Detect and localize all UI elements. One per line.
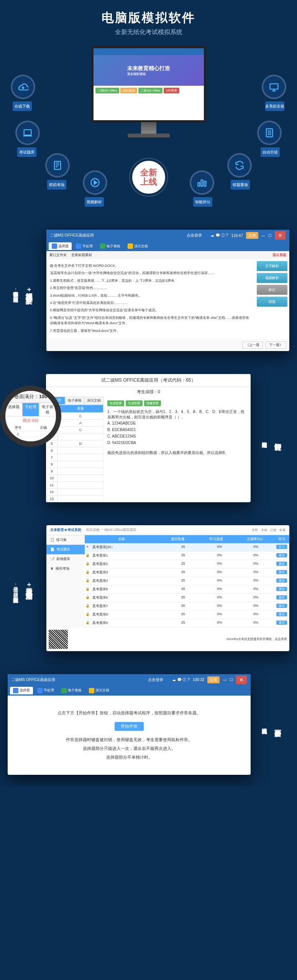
exit-button[interactable]: 退出系统 (272, 253, 286, 258)
tab-choice[interactable]: 选择题 (10, 687, 33, 694)
note-3: 选择题部分不单独计时。 (19, 755, 239, 760)
activate-button[interactable]: 激活 (276, 604, 287, 608)
login-link[interactable]: 点击登录 (148, 677, 163, 683)
table-row[interactable]: 10 (46, 475, 103, 482)
hero-section: 未来教育精心打造 更多精彩课程 二级MS Office 总结题库 二级MS Of… (0, 42, 297, 218)
table-row[interactable]: 8 (46, 461, 103, 468)
table-row[interactable]: 7 (46, 454, 103, 461)
maximize-icon[interactable]: ☐ (268, 234, 272, 238)
maximize-icon[interactable]: ☐ (230, 678, 233, 682)
activate-button[interactable]: 激活 (276, 570, 287, 574)
lock-icon: 🔒 (85, 621, 91, 626)
text-analysis-button[interactable]: 文字解析 (257, 261, 287, 271)
sidebar-mock[interactable]: 🖥 模拟考场 (46, 564, 85, 573)
feature-system-label: 多系统安装 (265, 101, 284, 111)
review-button[interactable]: 回批 (257, 297, 287, 307)
timer: 116:47 (231, 234, 243, 238)
tab-word[interactable]: 字处理 (73, 242, 96, 250)
side-panel: 文字解析 视频解析 标记 回批 (255, 259, 289, 339)
activate-button[interactable]: 激活 (276, 562, 287, 566)
table-row[interactable]: 🔒真考题库8250%0%激活 (85, 611, 289, 619)
table-row[interactable]: 5D (46, 440, 103, 447)
table-row[interactable]: 🔒真考题库4250%0%激活 (85, 577, 289, 585)
tab-word[interactable]: 字处理 (34, 687, 57, 694)
table-row[interactable]: 🔒真考题库3250%0%激活 (85, 568, 289, 577)
mag-tab-excel[interactable]: 电子表格 (39, 403, 56, 416)
login-link[interactable]: 点击登录 (187, 233, 202, 238)
mag-tab-word[interactable]: 字处理 (22, 403, 39, 416)
toolbar-folder[interactable]: 窗口文件夹 (49, 253, 67, 257)
table-row[interactable]: 🔒真考题库6250%0%激活 (85, 594, 289, 602)
activate-button[interactable]: 激活 (276, 621, 287, 625)
close-icon[interactable]: ✕ (236, 676, 247, 684)
minimize-icon[interactable]: — (223, 678, 226, 682)
pill-gen2[interactable]: 生成答案 (126, 400, 143, 406)
table-row[interactable]: 9 (46, 468, 103, 475)
icons[interactable]: 👤 ☁ 💬 ⓘ ? (166, 677, 190, 683)
study-button[interactable]: 学习 (276, 545, 287, 549)
lock-icon: 🔒 (85, 604, 91, 609)
filter-all[interactable]: 全部 (252, 528, 258, 532)
submit-button[interactable]: 交卷 (246, 232, 258, 239)
table-row[interactable]: 🔒真考题库2250%0%激活 (85, 560, 289, 568)
minimize-icon[interactable]: — (261, 234, 265, 238)
activate-button[interactable]: 激活 (276, 578, 287, 583)
tab-ppt[interactable]: 演示文稿 (86, 687, 112, 694)
submit-button[interactable]: 交卷 (207, 676, 220, 683)
sidebar-exam-bank[interactable]: 📄 考试题库 (46, 545, 85, 554)
exam-score: 考生成绩：0 (46, 387, 251, 397)
table-header-row[interactable]: ▾ 真考题库(20） 25 0% 0% 学习 (85, 543, 289, 552)
page-title: 电脑版模拟软件 (0, 10, 297, 26)
prev-button[interactable]: 《上一题 (242, 341, 263, 349)
activate-button[interactable]: 激活 (276, 595, 287, 599)
filter-fav[interactable]: 收藏 (279, 528, 286, 532)
activate-button[interactable]: 激活 (276, 553, 287, 557)
table-row[interactable]: 🔒真考题库5250%0%激活 (85, 585, 289, 594)
page-header: 电脑版模拟软件 全新无纸化考试模拟系统 (0, 0, 297, 42)
feature-wrong-label: 错题重做 (231, 180, 250, 189)
s2-tab-excel[interactable]: 电子表格 (65, 397, 84, 405)
start-button[interactable]: 开始作答 (115, 722, 144, 731)
option-b[interactable]: B. EDCBA54321 (107, 426, 247, 433)
lock-icon: 🔒 (85, 562, 91, 567)
pill-hide[interactable]: 隐藏答案 (144, 400, 161, 406)
help-icon[interactable]: 👤 ☁ 💬 ⓘ ? (205, 233, 228, 238)
table-row[interactable]: 🔒真考题库1250%0%激活 (85, 552, 289, 560)
table-row[interactable]: 6 (46, 447, 103, 454)
table-row[interactable]: 🔒真考题库9250%0%激活 (85, 619, 289, 627)
close-icon[interactable]: ✕ (275, 231, 286, 240)
table-row[interactable]: 🔒真考题库7250%0%激活 (85, 602, 289, 611)
table-row[interactable]: 11 (46, 482, 103, 488)
s2-tab-ppt[interactable]: 演示文稿 (84, 397, 103, 405)
option-d[interactable]: D. 54321EDCBA (107, 439, 247, 446)
tab-excel[interactable]: 电子表格 (58, 687, 85, 694)
tab-choice[interactable]: 选择题 (49, 242, 72, 250)
option-a[interactable]: A. 12345ABCDE (107, 420, 247, 426)
tab-excel[interactable]: 电子表格 (97, 242, 123, 250)
mark-button[interactable]: 标记 (257, 285, 287, 295)
svg-rect-5 (198, 183, 200, 186)
pill-gen1[interactable]: 生成答案 (107, 400, 124, 406)
table-header: 名称 题目数量学习进度 正确率(%)学习 (85, 535, 289, 543)
table-row[interactable]: 12 (46, 488, 103, 495)
svg-rect-7 (204, 181, 206, 186)
activate-button[interactable]: 激活 (276, 612, 287, 616)
activate-button[interactable]: 激活 (276, 587, 287, 591)
filter-done[interactable]: 已做 (270, 528, 276, 532)
feature-video-icon (83, 170, 107, 195)
video-analysis-button[interactable]: 视频解析 (257, 273, 287, 283)
lock-icon: 🔒 (85, 587, 91, 592)
option-c[interactable]: C. ABCDE12345 (107, 433, 247, 439)
screenshot-analysis: 二级MS OFFICE高级应用 点击登录 👤 ☁ 💬 ⓘ ? 116:47 交卷… (46, 230, 289, 351)
feature-system-icon (262, 75, 286, 99)
filter-undone[interactable]: 未做 (261, 528, 267, 532)
table-row[interactable]: 13 (46, 495, 103, 502)
next-button[interactable]: 下一题》 (266, 341, 286, 349)
monitor-mockup: 未来教育精心打造 更多精彩课程 二级MS Office 总结题库 二级MS Of… (91, 46, 206, 122)
mag-tab-choice[interactable]: 选择题 (5, 403, 22, 416)
sidebar-new-bank[interactable]: 📝 新增题库 (46, 554, 85, 564)
monitor-topbar (94, 48, 204, 55)
toolbar-material[interactable]: 查看标题素材 (71, 253, 92, 257)
tab-ppt[interactable]: 演示文稿 (125, 242, 151, 250)
sidebar-practice[interactable]: 📋 练习集 (46, 535, 85, 545)
